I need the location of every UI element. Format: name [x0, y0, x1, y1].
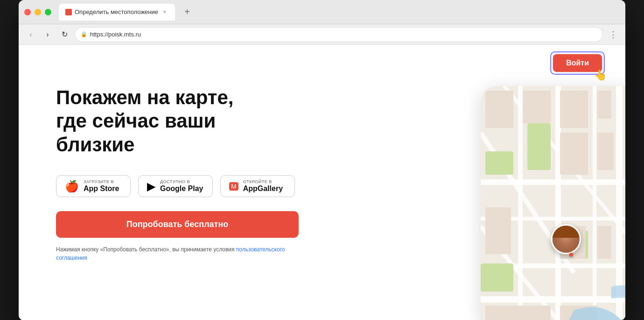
- svg-rect-7: [593, 86, 596, 320]
- cursor-icon: 👆: [594, 69, 607, 81]
- page-content: Войти 👆 Покажем на карте, где сейчас ваш…: [19, 45, 625, 320]
- browser-tab[interactable]: 📍 Определить местоположение ×: [59, 4, 175, 21]
- tab-title: Определить местоположение: [75, 8, 158, 15]
- apple-icon: 🍎: [65, 181, 79, 192]
- browser-window: 📍 Определить местоположение × + ‹ › ↻ 🔒 …: [19, 0, 625, 320]
- avatar-face: [553, 226, 580, 253]
- tab-close-btn[interactable]: ×: [161, 8, 168, 16]
- svg-rect-13: [485, 151, 513, 175]
- traffic-lights: [24, 9, 51, 15]
- login-btn-wrapper: Войти 👆: [553, 54, 602, 72]
- appgallery-label: Откройте в: [243, 179, 283, 184]
- new-tab-btn[interactable]: +: [181, 6, 194, 19]
- appgallery-name: AppGallery: [243, 184, 283, 193]
- map-svg: [481, 86, 625, 320]
- refresh-btn[interactable]: ↻: [58, 28, 71, 41]
- gallery-icon: M: [229, 182, 238, 191]
- appstore-button[interactable]: 🍎 Загрузите в App Store: [56, 175, 131, 197]
- titlebar: 📍 Определить местоположение × +: [19, 0, 625, 24]
- appstore-label: Загрузите в: [84, 179, 119, 184]
- svg-rect-5: [518, 86, 523, 320]
- url-bar[interactable]: 🔒 https://poisk.mts.ru: [75, 27, 603, 42]
- svg-rect-19: [597, 91, 611, 119]
- user-avatar-pin: [551, 224, 581, 254]
- maximize-traffic-light[interactable]: [45, 9, 51, 15]
- play-icon: ▶: [147, 181, 155, 192]
- back-btn[interactable]: ‹: [24, 28, 37, 41]
- svg-rect-24: [597, 226, 611, 259]
- svg-rect-22: [597, 133, 614, 170]
- tab-favicon: 📍: [65, 9, 72, 15]
- svg-rect-4: [481, 296, 625, 303]
- try-free-button[interactable]: Попробовать бесплатно: [56, 211, 299, 238]
- svg-rect-25: [485, 306, 551, 320]
- googleplay-name: Google Play: [160, 184, 203, 193]
- svg-rect-17: [523, 91, 551, 123]
- page-header: Войти 👆: [19, 45, 625, 81]
- svg-rect-15: [481, 263, 513, 292]
- svg-rect-8: [616, 86, 623, 320]
- minimize-traffic-light[interactable]: [35, 9, 41, 15]
- lock-icon: 🔒: [81, 31, 87, 37]
- forward-btn[interactable]: ›: [41, 28, 54, 41]
- url-text: https://poisk.mts.ru: [90, 31, 141, 38]
- appstore-text: Загрузите в App Store: [84, 179, 119, 193]
- location-dot: [569, 253, 573, 256]
- svg-rect-12: [527, 123, 551, 170]
- phone-map-illustration: [392, 81, 625, 320]
- hero-section: Покажем на карте, где сейчас ваши близки…: [19, 81, 625, 281]
- googleplay-label: Доступно в: [160, 179, 203, 184]
- phone-frame: [481, 86, 625, 320]
- browser-menu-btn[interactable]: ⋮: [607, 28, 620, 41]
- svg-rect-16: [485, 91, 513, 128]
- svg-rect-18: [560, 91, 588, 128]
- disclaimer: Нажимая кнопку «Попробовать бесплатно», …: [56, 245, 299, 262]
- close-traffic-light[interactable]: [24, 9, 31, 15]
- googleplay-text: Доступно в Google Play: [160, 179, 203, 193]
- hero-title: Покажем на карте, где сейчас ваши близки…: [56, 86, 299, 156]
- addressbar: ‹ › ↻ 🔒 https://poisk.mts.ru ⋮: [19, 24, 625, 45]
- appstore-name: App Store: [84, 184, 119, 193]
- svg-rect-21: [560, 133, 588, 175]
- svg-rect-1: [481, 179, 625, 185]
- appgallery-text: Откройте в AppGallery: [243, 179, 283, 193]
- appgallery-button[interactable]: M Откройте в AppGallery: [220, 175, 295, 197]
- googleplay-button[interactable]: ▶ Доступно в Google Play: [138, 175, 213, 197]
- svg-rect-20: [485, 207, 511, 254]
